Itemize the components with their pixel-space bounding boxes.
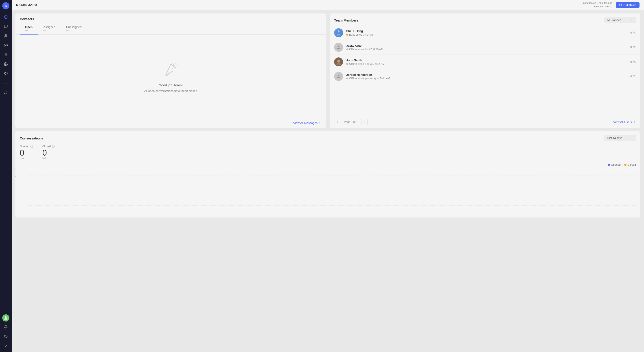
chart-container bbox=[28, 168, 636, 213]
list-item: Jordan Henderson Offline since yesterday… bbox=[330, 69, 640, 84]
stat-closed-label: Closed bbox=[42, 145, 55, 148]
checkmark-icon[interactable] bbox=[2, 342, 10, 350]
member-count: 0 bbox=[630, 46, 636, 49]
chart-wrapper: 12 10 8 6 4 2 0 bbox=[20, 168, 636, 213]
svg-rect-11 bbox=[4, 73, 5, 73]
member-info: Jacky Chan Offline since Jul 27, 8:39 AM bbox=[346, 44, 627, 51]
svg-point-27 bbox=[175, 66, 176, 67]
analytics-icon[interactable] bbox=[2, 79, 10, 87]
legend-opened-dot bbox=[608, 164, 610, 166]
stat-closed: Closed 0 N/A bbox=[42, 145, 55, 160]
member-name: John Smith bbox=[346, 58, 627, 62]
member-status: Offline since Jul 27, 8:39 AM bbox=[346, 48, 627, 51]
sidebar: S bbox=[0, 0, 12, 352]
tab-open[interactable]: Open — bbox=[20, 23, 38, 34]
chart-area: Opened Closed 12 10 8 6 4 2 0 bbox=[15, 163, 640, 218]
chart-y-labels: 12 10 8 6 4 2 0 bbox=[15, 168, 16, 213]
avatar bbox=[334, 72, 343, 81]
dashboard: Contacts Open — Assigned — Unassigned — bbox=[12, 10, 644, 352]
org-icon[interactable] bbox=[2, 69, 10, 78]
help-icon[interactable] bbox=[2, 332, 10, 340]
last-updated-info: Last updated 5 minutes ago Timezone - 0 … bbox=[582, 1, 612, 8]
member-count: 0 bbox=[630, 31, 636, 34]
prev-page-button[interactable] bbox=[334, 119, 340, 125]
tab-assigned[interactable]: Assigned — bbox=[38, 23, 60, 34]
list-item: Shi Hui Ong Busy since 7:49 AM 0 bbox=[330, 25, 640, 40]
legend-closed: Closed bbox=[624, 163, 636, 166]
svg-point-2 bbox=[5, 34, 6, 36]
member-status: Offline since yesterday at 5:44 AM bbox=[346, 77, 627, 80]
conversations-filter-dropdown[interactable]: Last 14 days bbox=[604, 135, 636, 141]
svg-point-36 bbox=[337, 60, 340, 62]
avatar bbox=[334, 43, 343, 52]
main-content: DASHBOARD Last updated 5 minutes ago Tim… bbox=[12, 0, 644, 352]
tab-unassigned-label: Unassigned bbox=[66, 25, 82, 29]
page-info: Page 1 of 1 bbox=[342, 119, 360, 125]
svg-point-1 bbox=[6, 16, 6, 18]
empty-state: Good job, team! All open conversations h… bbox=[15, 34, 326, 118]
app-avatar[interactable]: S bbox=[2, 2, 10, 9]
home-icon[interactable] bbox=[2, 13, 10, 21]
member-info: Jordan Henderson Offline since yesterday… bbox=[346, 73, 627, 80]
stat-opened-label: Opened bbox=[20, 145, 34, 148]
member-name: Shi Hui Ong bbox=[346, 29, 627, 33]
conversations-header: Conversations Last 14 days bbox=[15, 131, 640, 145]
tab-assigned-label: Assigned bbox=[43, 25, 55, 29]
notifications-icon[interactable] bbox=[2, 323, 10, 331]
svg-point-10 bbox=[6, 64, 6, 65]
offline-status-dot bbox=[346, 63, 348, 65]
gridline bbox=[28, 176, 636, 176]
list-item: Jacky Chan Offline since Jul 27, 8:39 AM… bbox=[330, 40, 640, 55]
chat-icon[interactable] bbox=[2, 22, 10, 30]
config-icon[interactable] bbox=[2, 88, 10, 96]
svg-point-26 bbox=[173, 64, 174, 66]
stat-closed-value: 0 bbox=[42, 149, 55, 157]
offline-status-dot bbox=[346, 48, 348, 50]
gridline bbox=[28, 183, 636, 183]
conversations-stats: Opened 0 N/A Closed 0 N/A bbox=[15, 145, 640, 163]
view-all-users-link[interactable]: View All Users bbox=[613, 120, 636, 124]
stat-opened-value: 0 bbox=[20, 149, 34, 157]
stat-closed-sub: N/A bbox=[42, 157, 55, 160]
svg-point-38 bbox=[634, 75, 634, 76]
svg-rect-12 bbox=[6, 72, 6, 73]
conversations-card: Conversations Last 14 days Opened 0 N/A bbox=[15, 131, 640, 218]
contacts-icon[interactable] bbox=[2, 32, 10, 40]
refresh-label: REFRESH bbox=[624, 3, 636, 6]
status-filter-dropdown[interactable]: All Statuses bbox=[604, 17, 636, 23]
stat-opened-sub: N/A bbox=[20, 157, 34, 160]
list-icon[interactable] bbox=[2, 51, 10, 59]
broadcast-icon[interactable] bbox=[2, 41, 10, 49]
user-avatar[interactable] bbox=[2, 314, 10, 322]
contacts-tabs: Open — Assigned — Unassigned — bbox=[15, 22, 326, 34]
team-pagination: Page 1 of 1 View All Users bbox=[330, 116, 640, 128]
svg-rect-13 bbox=[7, 73, 8, 73]
svg-point-33 bbox=[634, 32, 634, 33]
contacts-title: Contacts bbox=[15, 13, 326, 21]
gridline bbox=[28, 168, 636, 168]
list-item: John Smith Offline since Sep 30, 7:12 AM… bbox=[330, 55, 640, 69]
view-all-messages-link[interactable]: View All Messages bbox=[293, 121, 322, 125]
tab-unassigned[interactable]: Unassigned — bbox=[61, 23, 87, 34]
member-status: Busy since 7:49 AM bbox=[346, 33, 627, 36]
busy-status-dot bbox=[346, 34, 348, 36]
sidebar-bottom bbox=[2, 314, 10, 350]
gridline bbox=[28, 198, 636, 198]
conversations-filter-label: Last 14 days bbox=[607, 137, 622, 140]
member-name: Jacky Chan bbox=[346, 44, 627, 47]
svg-point-28 bbox=[172, 63, 173, 64]
topbar: DASHBOARD Last updated 5 minutes ago Tim… bbox=[12, 0, 644, 10]
tab-unassigned-count: — bbox=[66, 29, 82, 32]
team-card: Team Members All Statuses bbox=[330, 13, 640, 128]
member-name: Jordan Henderson bbox=[346, 73, 627, 76]
svg-point-37 bbox=[634, 61, 634, 62]
next-page-button[interactable] bbox=[361, 119, 368, 125]
gridline bbox=[28, 205, 636, 206]
tab-open-label: Open bbox=[25, 25, 32, 29]
settings-icon[interactable] bbox=[2, 60, 10, 68]
gridline bbox=[28, 191, 636, 191]
team-title: Team Members bbox=[334, 18, 358, 22]
svg-line-29 bbox=[175, 63, 176, 64]
refresh-button[interactable]: REFRESH bbox=[616, 2, 640, 8]
last-updated-text: Last updated 5 minutes ago bbox=[582, 1, 612, 5]
